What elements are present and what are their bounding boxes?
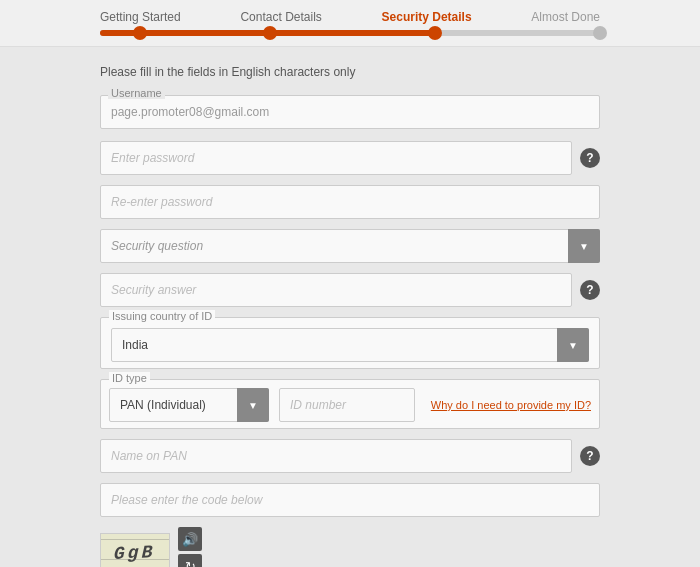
id-number-input[interactable]: [279, 388, 415, 422]
captcha-icons: 🔊 ↻: [178, 527, 202, 567]
security-answer-input[interactable]: [100, 273, 572, 307]
captcha-refresh-button[interactable]: ↻: [178, 554, 202, 567]
main-content: Please fill in the fields in English cha…: [0, 47, 700, 567]
issuing-country-label: Issuing country of ID: [109, 310, 215, 322]
captcha-image: GgB: [100, 533, 170, 568]
security-question-select[interactable]: Security question: [100, 229, 600, 263]
refresh-icon: ↻: [185, 559, 196, 568]
captcha-text: GgB: [114, 541, 156, 563]
notice-text: Please fill in the fields in English cha…: [100, 65, 600, 79]
reenter-password-group: [100, 185, 600, 219]
username-input[interactable]: [100, 95, 600, 129]
security-question-group: Security question: [100, 229, 600, 263]
captcha-audio-button[interactable]: 🔊: [178, 527, 202, 551]
username-group: Username: [100, 95, 600, 129]
security-question-wrapper: Security question: [100, 229, 600, 263]
captcha-row: GgB 🔊 ↻: [100, 527, 600, 567]
step-getting-started[interactable]: Getting Started: [100, 10, 181, 24]
audio-icon: 🔊: [182, 532, 198, 547]
step-security-details[interactable]: Security Details: [382, 10, 472, 24]
name-on-pan-help-icon[interactable]: ?: [580, 446, 600, 466]
id-type-select[interactable]: PAN (Individual): [109, 388, 269, 422]
step-dot-4: [593, 26, 607, 40]
username-label: Username: [108, 87, 165, 99]
id-number-wrapper: [279, 388, 415, 422]
id-type-wrapper: PAN (Individual): [109, 388, 269, 422]
issuing-country-wrapper: India: [111, 328, 589, 362]
step-contact-details[interactable]: Contact Details: [240, 10, 321, 24]
name-on-pan-group: ?: [100, 439, 600, 473]
password-input[interactable]: [100, 141, 572, 175]
name-on-pan-input[interactable]: [100, 439, 572, 473]
id-type-label: ID type: [109, 372, 150, 384]
step-dot-1: [133, 26, 147, 40]
password-group: ?: [100, 141, 600, 175]
captcha-code-input[interactable]: [100, 483, 600, 517]
id-link[interactable]: Why do I need to provide my ID?: [431, 399, 591, 411]
id-type-group: ID type PAN (Individual) Why do I need t…: [100, 379, 600, 429]
step-dot-2: [263, 26, 277, 40]
id-type-select-wrapper: PAN (Individual): [109, 388, 269, 422]
step-dot-3: [428, 26, 442, 40]
issuing-country-select[interactable]: India: [111, 328, 589, 362]
password-help-icon[interactable]: ?: [580, 148, 600, 168]
captcha-code-group: [100, 483, 600, 517]
id-row: PAN (Individual) Why do I need to provid…: [109, 388, 591, 422]
progress-track: [100, 30, 600, 36]
step-almost-done[interactable]: Almost Done: [531, 10, 600, 24]
issuing-country-group: Issuing country of ID India: [100, 317, 600, 369]
security-answer-help-icon[interactable]: ?: [580, 280, 600, 300]
progress-container: Getting Started Contact Details Security…: [0, 0, 700, 47]
steps-labels: Getting Started Contact Details Security…: [100, 10, 600, 24]
security-answer-group: ?: [100, 273, 600, 307]
reenter-password-input[interactable]: [100, 185, 600, 219]
